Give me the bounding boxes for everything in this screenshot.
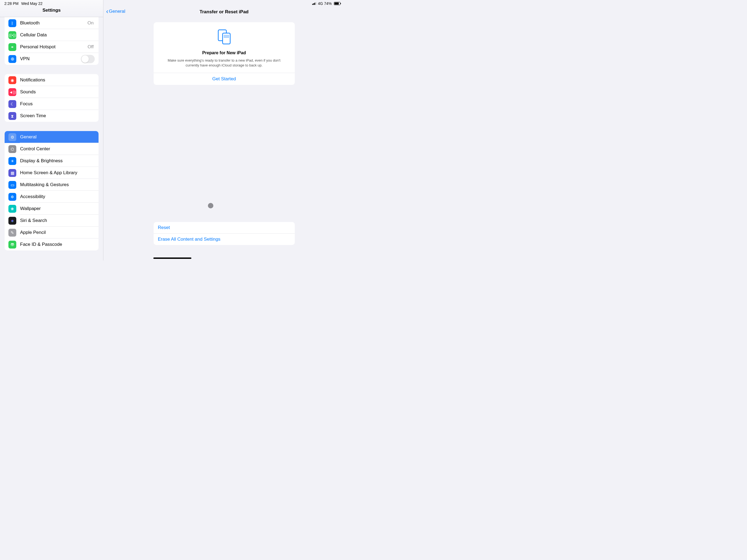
erase-button[interactable]: Erase All Content and Settings <box>154 233 295 245</box>
sidebar-group-alerts: ◉ Notifications ◄)) Sounds ☾ Focus ⧗ Scr… <box>5 74 99 122</box>
sidebar-item-screentime[interactable]: ⧗ Screen Time <box>5 110 99 122</box>
row-value: On <box>87 20 94 26</box>
bluetooth-icon: ᛒ <box>8 19 16 27</box>
sidebar-group-system: ⚙ General ⌬ Control Center ☀ Display & B… <box>5 131 99 250</box>
row-label: Control Center <box>20 146 95 152</box>
sidebar-item-faceid[interactable]: 〠 Face ID & Passcode <box>5 239 99 250</box>
row-label: Bluetooth <box>20 20 87 26</box>
row-label: Focus <box>20 101 95 107</box>
row-label: Personal Hotspot <box>20 44 88 50</box>
reset-button[interactable]: Reset <box>154 222 295 233</box>
svg-point-8 <box>225 36 225 37</box>
grid-icon: ▦ <box>8 169 16 177</box>
hourglass-icon: ⧗ <box>8 112 16 120</box>
devices-icon <box>214 28 234 47</box>
vpn-toggle[interactable] <box>81 55 95 63</box>
cursor-indicator <box>208 203 213 208</box>
globe-icon: ⊕ <box>8 55 16 63</box>
get-started-button[interactable]: Get Started <box>154 73 295 85</box>
sidebar-item-siri[interactable]: ● Siri & Search <box>5 215 99 226</box>
status-bar: 2:28 PM Wed May 22 4G 74% <box>0 0 345 6</box>
row-label: Accessibility <box>20 194 95 199</box>
home-indicator <box>153 258 191 259</box>
flower-icon: ❀ <box>8 205 16 213</box>
svg-point-3 <box>225 35 225 35</box>
svg-point-4 <box>226 35 226 35</box>
settings-sidebar: Settings ᛒ Bluetooth On ((•)) Cellular D… <box>0 0 103 261</box>
svg-point-13 <box>225 37 225 38</box>
moon-icon: ☾ <box>8 100 16 108</box>
svg-point-14 <box>226 37 226 38</box>
detail-content: Prepare for New iPad Make sure everythin… <box>103 18 345 261</box>
svg-point-16 <box>228 37 229 38</box>
sidebar-item-general[interactable]: ⚙ General <box>5 131 99 143</box>
chevron-left-icon: ‹ <box>106 8 108 15</box>
row-label: Notifications <box>20 77 95 83</box>
svg-rect-1 <box>223 33 230 44</box>
switches-icon: ⌬ <box>8 145 16 153</box>
bell-icon: ◉ <box>8 76 16 84</box>
row-value: Off <box>88 44 94 50</box>
sidebar-group-connectivity: ᛒ Bluetooth On ((•)) Cellular Data ⚭ Per… <box>5 17 99 65</box>
sidebar-item-sounds[interactable]: ◄)) Sounds <box>5 86 99 98</box>
battery-icon <box>334 2 340 5</box>
row-label: Home Screen & App Library <box>20 170 95 176</box>
sidebar-item-bluetooth[interactable]: ᛒ Bluetooth On <box>5 17 99 29</box>
svg-point-6 <box>228 35 229 35</box>
sidebar-item-display[interactable]: ☀ Display & Brightness <box>5 155 99 167</box>
detail-pane: ‹ General Transfer or Reset iPad Prepare… <box>103 0 345 261</box>
prepare-card: Prepare for New iPad Make sure everythin… <box>154 22 295 85</box>
svg-point-10 <box>227 36 228 37</box>
row-label: Cellular Data <box>20 32 95 38</box>
row-label: Apple Pencil <box>20 230 95 235</box>
person-icon: ✲ <box>8 193 16 201</box>
sidebar-item-wallpaper[interactable]: ❀ Wallpaper <box>5 203 99 215</box>
sun-icon: ☀ <box>8 157 16 165</box>
sidebar-title: Settings <box>0 8 103 13</box>
svg-point-11 <box>228 36 229 37</box>
page-title: Transfer or Reset iPad <box>103 9 345 15</box>
row-label: Siri & Search <box>20 218 95 223</box>
back-label: General <box>109 9 125 14</box>
svg-point-15 <box>227 37 228 38</box>
status-network: 4G <box>318 1 323 6</box>
status-battery-pct: 74% <box>324 1 332 6</box>
row-label: Sounds <box>20 89 95 95</box>
sidebar-item-hotspot[interactable]: ⚭ Personal Hotspot Off <box>5 41 99 53</box>
siri-icon: ● <box>8 217 16 225</box>
row-label: Wallpaper <box>20 206 95 211</box>
antenna-icon: ((•)) <box>8 31 16 39</box>
row-label: Screen Time <box>20 113 95 118</box>
status-time: 2:28 PM <box>4 1 19 6</box>
rects-icon: ▭ <box>8 181 16 189</box>
row-label: VPN <box>20 56 81 61</box>
sidebar-item-cellular[interactable]: ((•)) Cellular Data <box>5 29 99 41</box>
speaker-icon: ◄)) <box>8 88 16 96</box>
svg-point-12 <box>224 37 224 38</box>
prepare-heading: Prepare for New iPad <box>154 51 295 55</box>
svg-point-5 <box>227 35 228 35</box>
row-label: Face ID & Passcode <box>20 242 95 247</box>
row-label: General <box>20 134 95 140</box>
sidebar-item-multitasking[interactable]: ▭ Multitasking & Gestures <box>5 179 99 191</box>
svg-point-9 <box>226 36 226 37</box>
gear-icon: ⚙ <box>8 133 16 141</box>
sidebar-item-focus[interactable]: ☾ Focus <box>5 98 99 110</box>
prepare-body: Make sure everything's ready to transfer… <box>154 58 295 73</box>
sidebar-item-vpn[interactable]: ⊕ VPN <box>5 53 99 65</box>
options-card: Reset Erase All Content and Settings <box>154 222 295 245</box>
status-date: Wed May 22 <box>21 1 42 6</box>
sidebar-item-pencil[interactable]: ✎ Apple Pencil <box>5 226 99 239</box>
sidebar-item-accessibility[interactable]: ✲ Accessibility <box>5 191 99 203</box>
sidebar-item-control-center[interactable]: ⌬ Control Center <box>5 143 99 155</box>
svg-point-2 <box>224 35 224 35</box>
signal-icon <box>312 2 316 5</box>
svg-point-7 <box>224 36 224 37</box>
faceid-icon: 〠 <box>8 241 16 248</box>
sidebar-item-notifications[interactable]: ◉ Notifications <box>5 74 99 86</box>
link-icon: ⚭ <box>8 43 16 51</box>
pencil-icon: ✎ <box>8 229 16 237</box>
sidebar-item-homescreen[interactable]: ▦ Home Screen & App Library <box>5 167 99 179</box>
back-button[interactable]: ‹ General <box>106 8 125 15</box>
row-label: Display & Brightness <box>20 158 95 164</box>
